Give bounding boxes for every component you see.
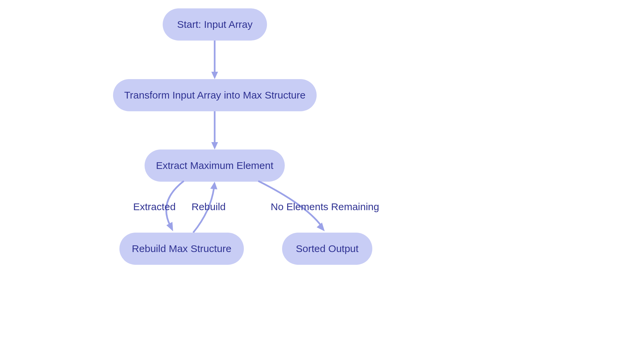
node-rebuild: Rebuild Max Structure: [119, 233, 244, 265]
svg-marker-6: [317, 223, 325, 231]
svg-marker-5: [210, 182, 217, 189]
svg-marker-3: [211, 142, 218, 149]
svg-marker-4: [166, 222, 173, 231]
arrow-extract-to-output: [0, 0, 644, 363]
node-start-label: Start: Input Array: [177, 19, 253, 30]
node-extract: Extract Maximum Element: [145, 149, 285, 182]
node-start: Start: Input Array: [163, 8, 267, 41]
edge-label-extracted: Extracted: [133, 201, 176, 213]
node-output: Sorted Output: [282, 233, 372, 265]
node-output-label: Sorted Output: [296, 243, 359, 254]
node-transform-label: Transform Input Array into Max Structure: [124, 89, 306, 101]
arrow-extract-to-rebuild: [0, 0, 644, 363]
node-extract-label: Extract Maximum Element: [156, 160, 273, 171]
svg-marker-1: [211, 72, 218, 79]
arrow-start-to-transform: [0, 0, 644, 363]
node-transform: Transform Input Array into Max Structure: [113, 79, 317, 111]
arrow-transform-to-extract: [0, 0, 644, 363]
edge-label-rebuild: Rebuild: [192, 201, 226, 213]
edge-label-no-remaining: No Elements Remaining: [271, 201, 379, 213]
arrow-rebuild-to-extract: [0, 0, 644, 363]
node-rebuild-label: Rebuild Max Structure: [132, 243, 231, 254]
